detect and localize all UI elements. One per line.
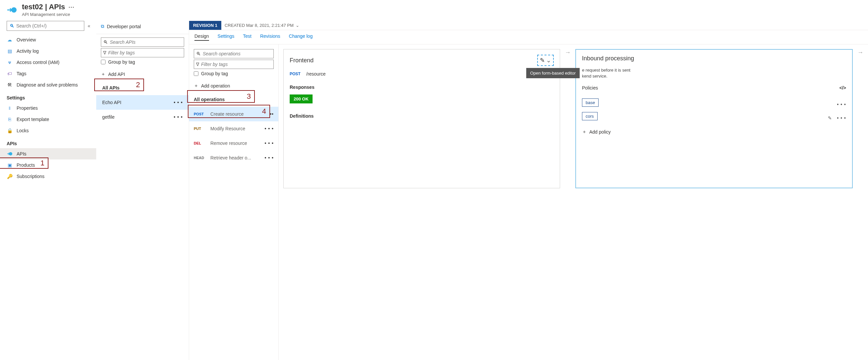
arrow-icon: → <box>857 49 863 56</box>
nav-tags[interactable]: 🏷Tags <box>0 68 96 79</box>
nav-apis-label: APIs <box>17 151 27 157</box>
tab-settings[interactable]: Settings <box>218 33 235 41</box>
filter-icon: ∇ <box>196 62 199 67</box>
collapse-nav-icon[interactable]: « <box>88 23 90 29</box>
chevron-down-icon: ⌄ <box>296 23 299 28</box>
page-header: test02 | APIs ⋯ API Management service <box>0 0 868 21</box>
nav-properties[interactable]: ⦀Properties <box>0 102 96 114</box>
revision-created[interactable]: CREATED Mar 8, 2021, 2:21:47 PM ⌄ <box>221 21 303 30</box>
api-item-getfile[interactable]: getfile • • • <box>96 110 189 124</box>
group-by-tag-checkbox[interactable] <box>101 60 105 64</box>
log-icon: ▤ <box>7 48 12 54</box>
operation-remove-resource[interactable]: DEL Remove resource • • • <box>189 136 278 151</box>
nav-properties-label: Properties <box>17 105 38 111</box>
tab-revisions[interactable]: Revisions <box>260 33 280 41</box>
nav-apis[interactable]: APIs <box>0 148 96 159</box>
add-policy-label: Add policy <box>589 129 611 135</box>
all-operations-item[interactable]: All operations 3 <box>189 92 278 107</box>
nav-export-template[interactable]: ⎘Export template <box>0 114 96 125</box>
tab-changelog[interactable]: Change log <box>289 33 313 41</box>
status-200: 200 OK <box>290 95 313 103</box>
nav-heading-apis: APIs <box>0 136 96 148</box>
inbound-desc-2: kend service. <box>582 74 608 78</box>
operation-retrieve-header[interactable]: HEAD Retrieve header o... • • • <box>189 151 278 165</box>
operation-modify-resource[interactable]: PUT Modify Resource • • • <box>189 121 278 136</box>
nav-diagnose[interactable]: 🛠Diagnose and solve problems <box>0 79 96 91</box>
nav-export-label: Export template <box>17 117 49 122</box>
api-item-echo[interactable]: Echo API • • • <box>96 95 189 110</box>
header-more-icon[interactable]: ⋯ <box>68 3 74 10</box>
nav-activity-log[interactable]: ▤Activity log <box>0 45 96 57</box>
apim-service-icon <box>7 5 17 15</box>
policy-menu-icon[interactable]: • • • <box>837 102 846 107</box>
filter-icon: ∇ <box>103 50 106 55</box>
nav-locks[interactable]: 🔒Locks <box>0 125 96 136</box>
operation-label: Modify Resource <box>210 126 245 131</box>
plus-icon: ＋ <box>582 129 587 135</box>
nav-search-box[interactable]: 🔍︎ <box>7 21 84 31</box>
api-item-menu-icon[interactable]: • • • <box>174 114 183 120</box>
all-operations-label: All operations <box>194 97 225 102</box>
search-operations-box[interactable]: 🔍︎ <box>194 49 274 58</box>
search-icon: 🔍︎ <box>10 23 14 29</box>
chevron-down-icon: ⌄ <box>546 57 551 64</box>
filter-tags-box[interactable]: ∇ <box>101 48 184 57</box>
properties-icon: ⦀ <box>7 105 12 111</box>
operation-menu-icon[interactable]: • • • <box>265 126 274 131</box>
nav-search-input[interactable] <box>16 23 81 29</box>
nav-access-control[interactable]: ᴪAccess control (IAM) <box>0 57 96 68</box>
code-icon[interactable]: </> <box>839 85 846 91</box>
nav-subscriptions[interactable]: 🔑Subscriptions <box>0 171 96 182</box>
search-apis-input[interactable] <box>110 39 182 45</box>
page-title: test02 | APIs <box>22 3 65 11</box>
design-tabs: Design Settings Test Revisions Change lo… <box>189 30 868 44</box>
search-operations-input[interactable] <box>203 51 271 56</box>
policy-base[interactable]: base <box>582 98 598 107</box>
operation-create-resource[interactable]: POST Create resource •• 4 <box>189 107 278 121</box>
developer-portal-link[interactable]: ⧉ Developer portal <box>96 21 189 34</box>
tab-design[interactable]: Design <box>194 33 209 41</box>
nav-locks-label: Locks <box>17 128 29 133</box>
pencil-icon[interactable]: ✎ <box>828 116 832 121</box>
filter-operations-box[interactable]: ∇ <box>194 60 274 69</box>
devportal-label: Developer portal <box>107 24 141 29</box>
external-link-icon: ⧉ <box>101 24 104 29</box>
inbound-desc-1: e request before it is sent <box>582 68 630 73</box>
group-by-tag-row[interactable]: Group by tag <box>96 57 189 68</box>
nav-tags-label: Tags <box>17 71 27 76</box>
annotation-1: 1 <box>40 159 44 167</box>
policy-menu-icon[interactable]: • • • <box>837 116 846 121</box>
inbound-description: e request before it is sent kend service… <box>582 67 846 79</box>
add-policy-button[interactable]: ＋ Add policy <box>582 126 846 138</box>
operation-label: Remove resource <box>210 140 247 146</box>
revision-bar: REVISION 1 CREATED Mar 8, 2021, 2:21:47 … <box>189 21 868 30</box>
method-badge: HEAD <box>194 156 207 160</box>
op-group-checkbox[interactable] <box>194 71 198 76</box>
filter-tags-input[interactable] <box>108 50 182 55</box>
group-by-tag-label: Group by tag <box>108 59 135 65</box>
nav-products[interactable]: ▣ Products 1 <box>0 159 96 171</box>
op-group-by-tag[interactable]: Group by tag <box>189 69 278 79</box>
filter-operations-input[interactable] <box>201 62 271 67</box>
tab-test[interactable]: Test <box>243 33 251 41</box>
add-operation-button[interactable]: ＋ Add operation <box>189 79 278 92</box>
getfile-label: getfile <box>102 114 115 120</box>
add-api-button[interactable]: ＋ Add API <box>96 68 189 80</box>
nav-overview[interactable]: ☁Overview <box>0 34 96 45</box>
revision-created-label: CREATED Mar 8, 2021, 2:21:47 PM <box>225 23 293 28</box>
operation-menu-icon[interactable]: • • • <box>265 140 274 146</box>
policy-cors[interactable]: cors <box>582 112 597 120</box>
products-icon: ▣ <box>7 162 12 168</box>
operation-menu-icon[interactable]: •• <box>270 111 274 117</box>
annotation-4: 4 <box>262 107 266 116</box>
method-badge: POST <box>290 72 303 76</box>
all-apis-item[interactable]: All APIs 2 <box>96 80 189 95</box>
search-apis-box[interactable]: 🔍︎ <box>101 37 184 47</box>
frontend-panel: Frontend ✎ ⌄ POST /resource Responses 20… <box>283 49 560 188</box>
frontend-edit-button[interactable]: ✎ ⌄ <box>537 55 554 66</box>
nav-products-label: Products <box>17 162 35 168</box>
method-badge: POST <box>194 112 207 116</box>
operation-menu-icon[interactable]: • • • <box>265 155 274 160</box>
api-item-menu-icon[interactable]: • • • <box>174 100 183 105</box>
echo-api-label: Echo API <box>102 100 121 105</box>
